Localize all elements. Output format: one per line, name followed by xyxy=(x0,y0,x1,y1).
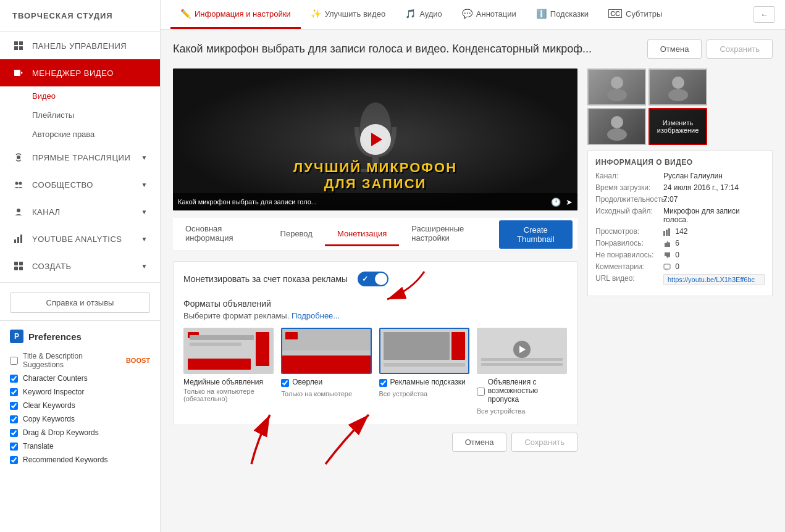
tab-subtitles[interactable]: CC Субтитры xyxy=(598,1,672,29)
thumbnail-3[interactable] xyxy=(587,108,646,145)
tab-monetization[interactable]: Монетизация xyxy=(325,223,399,246)
like-icon xyxy=(663,240,671,247)
pref-label-recommended-keywords: Recommended Keywords xyxy=(23,455,107,464)
svg-point-23 xyxy=(611,77,623,89)
sidebar-item-community[interactable]: СООБЩЕСТВО ▼ xyxy=(0,171,160,198)
content-area: Какой микрофон выбрать для записи голоса… xyxy=(161,30,785,532)
pref-checkbox-translate[interactable] xyxy=(10,443,18,451)
pref-checkbox-keyword-inspector[interactable] xyxy=(10,388,18,396)
pref-item-keyword-inspector: Keyword Inspector xyxy=(10,385,150,399)
thumbnail-1[interactable] xyxy=(587,69,646,106)
pref-checkbox-title-desc[interactable] xyxy=(10,357,18,365)
tab-advanced[interactable]: Расширенные настройки xyxy=(399,218,498,251)
ad-formats-title: Форматы объявлений xyxy=(183,299,567,309)
sidebar-sub-copyright[interactable]: Авторские права xyxy=(0,125,160,144)
sidebar-item-analytics[interactable]: YOUTUBE ANALYTICS ▼ xyxy=(0,225,160,252)
video-control-bar: Какой микрофон выбрать для записи голо..… xyxy=(173,193,577,210)
info-row-dislikes: Не понравилось: 0 xyxy=(595,251,765,259)
sidebar: ТВОРЧЕСКАЯ СТУДИЯ ПАНЕЛЬ УПРАВЛЕНИЯ МЕНЕ… xyxy=(0,0,161,532)
thumbnail-4-selected[interactable]: Изменитьизображение xyxy=(649,108,707,145)
pref-checkbox-clear-keywords[interactable] xyxy=(10,402,18,410)
pref-checkbox-copy-keywords[interactable] xyxy=(10,415,18,423)
svg-rect-29 xyxy=(663,231,665,236)
thumbnail-2[interactable] xyxy=(649,69,707,106)
tab-label: Улучшить видео xyxy=(325,9,386,19)
monetize-toggle[interactable]: ✓ xyxy=(358,272,388,286)
thumb-content-1 xyxy=(589,70,645,104)
info-row-source: Исходный файл: Микрофон для записи голос… xyxy=(595,207,765,224)
toggle-knob xyxy=(375,273,387,285)
sidebar-sub-playlists[interactable]: Плейлисты xyxy=(0,106,160,125)
back-button[interactable]: ← xyxy=(754,6,775,23)
overlay-red xyxy=(282,355,370,373)
info-value-duration: 7:07 xyxy=(663,195,765,204)
ad-preview-skippable[interactable] xyxy=(477,328,567,374)
tab-annotations[interactable]: 💬 Аннотации xyxy=(452,0,526,29)
sponsored-vid xyxy=(384,332,450,360)
sponsored-red xyxy=(451,332,465,360)
tab-label: Аннотации xyxy=(476,9,516,19)
video-player[interactable]: ЛУЧШИЙ МИКРОФОН ДЛЯ ЗАПИСИ Какой микрофо… xyxy=(173,69,577,210)
tab-audio[interactable]: 🎵 Аудио xyxy=(395,0,452,29)
sidebar-item-channel[interactable]: КАНАЛ ▼ xyxy=(0,198,160,225)
info-value-channel: Руслан Галиулин xyxy=(663,172,765,180)
svg-rect-32 xyxy=(664,264,670,269)
pref-label-keyword-inspector: Keyword Inspector xyxy=(23,388,84,396)
ad-checkbox-row-sponsored: Рекламные подсказки xyxy=(379,378,466,388)
sidebar-item-label: ПРЯМЫЕ ТРАНСЛЯЦИИ xyxy=(32,153,130,162)
sidebar-sub-video[interactable]: Видео xyxy=(0,86,160,106)
sidebar-item-label: МЕНЕДЖЕР ВИДЕО xyxy=(32,69,114,78)
sidebar-item-create[interactable]: СОЗДАТЬ ▼ xyxy=(0,252,160,280)
ad-checkbox-overlay[interactable] xyxy=(281,379,289,387)
ad-sub-overlay: Только на компьютере xyxy=(281,390,352,397)
ad-preview-display[interactable] xyxy=(183,328,274,374)
pref-label-char-counters: Character Counters xyxy=(23,374,88,383)
pref-checkbox-recommended-keywords[interactable] xyxy=(10,456,18,464)
person-icon-2 xyxy=(663,72,694,102)
save-button-top[interactable]: Сохранить xyxy=(707,39,773,59)
ad-checkbox-sponsored[interactable] xyxy=(379,379,387,387)
info-value-views: 142 xyxy=(663,227,765,236)
two-column-layout: ЛУЧШИЙ МИКРОФОН ДЛЯ ЗАПИСИ Какой микрофо… xyxy=(173,69,773,454)
video-overlay-text: ЛУЧШИЙ МИКРОФОН ДЛЯ ЗАПИСИ xyxy=(173,160,577,192)
ad-preview-sponsored[interactable] xyxy=(379,328,469,374)
ad-checkbox-skippable[interactable] xyxy=(477,388,485,396)
play-button[interactable] xyxy=(360,124,391,155)
clock-icon: 🕐 xyxy=(551,197,561,207)
help-button[interactable]: Справка и отзывы xyxy=(10,293,150,313)
sidebar-item-label: YOUTUBE ANALYTICS xyxy=(32,235,122,244)
change-image-button[interactable]: Изменитьизображение xyxy=(650,109,706,144)
pref-checkbox-drag-drop[interactable] xyxy=(10,429,18,437)
info-label-comments: Комментарии: xyxy=(595,262,663,271)
sidebar-item-video-manager[interactable]: МЕНЕДЖЕР ВИДЕО xyxy=(0,59,160,86)
ad-preview-content xyxy=(478,329,566,373)
ad-formats-grid: Медийные объявления Только на компьютере… xyxy=(183,328,567,415)
pref-label-copy-keywords: Copy Keywords xyxy=(23,415,75,423)
cancel-button-bottom[interactable]: Отмена xyxy=(452,433,507,452)
preferences-title: Preferences xyxy=(28,331,82,342)
tab-improve-video[interactable]: ✨ Улучшить видео xyxy=(301,0,396,29)
ad-bar-1 xyxy=(190,335,254,340)
more-link[interactable]: Подробнее... xyxy=(292,311,340,320)
sidebar-item-live[interactable]: ПРЯМЫЕ ТРАНСЛЯЦИИ ▼ xyxy=(0,144,160,171)
tab-hints[interactable]: ℹ️ Подсказки xyxy=(526,0,598,29)
info-value-url[interactable]: https://youtu.be/LX1h3Eff6bc xyxy=(663,274,765,285)
subtitles-icon: CC xyxy=(608,9,622,18)
chevron-down-icon: ▼ xyxy=(141,263,148,270)
info-row-url: URL видео: https://youtu.be/LX1h3Eff6bc xyxy=(595,274,765,285)
sidebar-item-dashboard[interactable]: ПАНЕЛЬ УПРАВЛЕНИЯ xyxy=(0,32,160,59)
pref-checkbox-char-counters[interactable] xyxy=(10,375,18,383)
ad-preview-content xyxy=(185,329,272,373)
create-thumbnail-button[interactable]: Create Thumbnail xyxy=(499,220,573,249)
pref-item-copy-keywords: Copy Keywords xyxy=(10,412,150,426)
ad-checkbox-row-overlay: Оверлеи xyxy=(281,378,322,388)
cancel-button-top[interactable]: Отмена xyxy=(647,39,702,59)
improve-icon: ✨ xyxy=(311,9,321,19)
chevron-down-icon: ▼ xyxy=(141,181,148,188)
ad-preview-overlay[interactable] xyxy=(281,328,371,374)
save-button-bottom[interactable]: Сохранить xyxy=(511,433,577,452)
tab-translation[interactable]: Перевод xyxy=(268,223,325,246)
tab-info-settings[interactable]: ✏️ Информация и настройки xyxy=(170,0,301,29)
preferences-panel: P Preferences Title & Description Sugges… xyxy=(0,320,160,472)
tab-basic-info[interactable]: Основная информация xyxy=(173,218,268,251)
